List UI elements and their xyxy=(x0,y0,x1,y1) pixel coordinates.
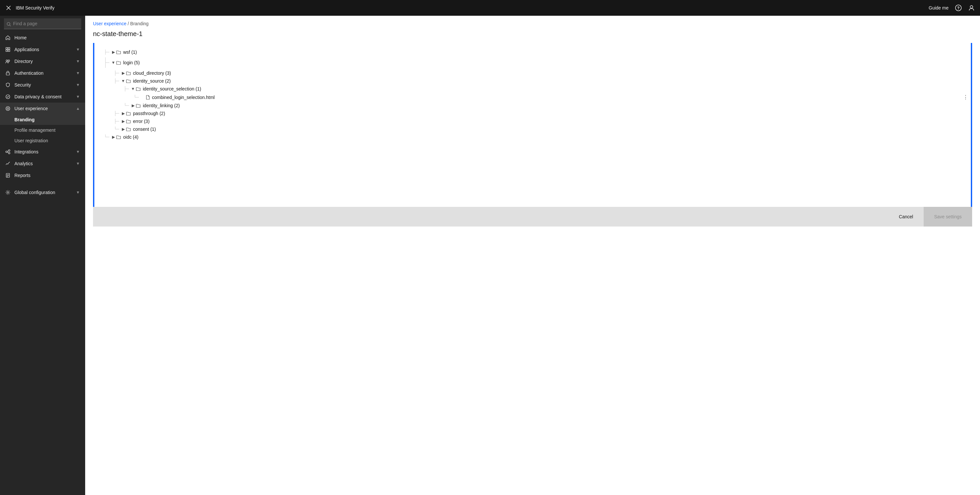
svg-point-15 xyxy=(6,107,10,110)
branch-line-icon xyxy=(124,86,129,91)
svg-point-11 xyxy=(6,60,8,62)
sidebar-sub-profile-management[interactable]: Profile management xyxy=(0,125,85,136)
svg-point-17 xyxy=(6,151,8,153)
folder-icon xyxy=(126,111,131,116)
tree-node-label: passthrough (2) xyxy=(133,111,971,116)
authentication-chevron: ▼ xyxy=(76,71,80,75)
shield-icon xyxy=(5,82,11,88)
branch-line-icon xyxy=(114,70,119,76)
branch-line-icon xyxy=(134,95,139,100)
collapse-icon[interactable]: ▼ xyxy=(130,86,135,91)
sidebar-sub-branding[interactable]: Branding xyxy=(0,114,85,125)
sidebar-item-directory[interactable]: Directory ▼ xyxy=(0,55,85,67)
search-wrap xyxy=(4,18,81,29)
collapse-icon[interactable]: ▼ xyxy=(121,78,126,84)
tree-node-label: consent (1) xyxy=(133,126,971,132)
folder-icon xyxy=(135,103,141,108)
sidebar-item-analytics[interactable]: Analytics ▼ xyxy=(0,158,85,169)
data-privacy-label: Data privacy & consent xyxy=(14,94,72,99)
sidebar-item-home[interactable]: Home xyxy=(0,32,85,44)
tree-row: ▶ identity_linking (2) xyxy=(94,102,971,110)
svg-point-14 xyxy=(6,95,10,99)
branch-line-icon xyxy=(104,134,110,140)
search-input[interactable] xyxy=(4,18,81,29)
more-options-icon[interactable]: ⋮ xyxy=(960,94,971,100)
tree-node-label: combined_login_selection.html xyxy=(152,95,960,100)
close-button[interactable] xyxy=(5,5,12,11)
reports-icon xyxy=(5,173,11,178)
tree-panel: ▶ wsf (1) ▼ xyxy=(93,43,972,207)
user-experience-chevron: ▲ xyxy=(76,106,80,111)
sidebar-item-authentication[interactable]: Authentication ▼ xyxy=(0,67,85,79)
svg-point-16 xyxy=(7,108,9,110)
sidebar-item-applications[interactable]: Applications ▼ xyxy=(0,44,85,55)
svg-rect-7 xyxy=(6,48,8,49)
expand-icon[interactable]: ▶ xyxy=(121,70,126,76)
sidebar-sub-user-registration[interactable]: User registration xyxy=(0,136,85,146)
tree-node-label: login (5) xyxy=(123,60,971,65)
sidebar-item-user-experience[interactable]: User experience ▲ xyxy=(0,102,85,114)
svg-rect-8 xyxy=(8,48,10,49)
svg-point-4 xyxy=(970,6,973,8)
folder-open-icon xyxy=(126,78,131,84)
svg-point-26 xyxy=(7,192,9,193)
breadcrumb-parent[interactable]: User experience xyxy=(93,21,126,26)
tree-row: ▶ passthrough (2) xyxy=(94,110,971,117)
analytics-icon xyxy=(5,161,11,166)
breadcrumb: User experience / Branding xyxy=(85,16,980,29)
topbar-actions: Guide me ? xyxy=(929,5,975,11)
integrations-icon xyxy=(5,149,11,154)
tree-node-label: wsf (1) xyxy=(123,50,971,55)
expand-icon[interactable]: ▶ xyxy=(121,126,126,132)
applications-chevron: ▼ xyxy=(76,47,80,52)
tree-row: ▶ oidc (4) xyxy=(94,133,971,141)
sidebar-item-integrations[interactable]: Integrations ▼ xyxy=(0,146,85,158)
folder-icon xyxy=(116,134,121,140)
branch-line-icon xyxy=(114,119,119,124)
expand-icon[interactable]: ▶ xyxy=(111,50,116,55)
tree-node-label: oidc (4) xyxy=(123,134,971,140)
guide-me-link[interactable]: Guide me xyxy=(929,5,948,11)
expand-icon[interactable]: ▶ xyxy=(130,103,135,108)
collapse-icon[interactable]: ▼ xyxy=(111,60,116,65)
app-title: IBM Security Verify xyxy=(16,5,929,11)
cancel-button[interactable]: Cancel xyxy=(888,207,924,227)
user-icon[interactable] xyxy=(968,5,975,11)
page-title: nc-state-theme-1 xyxy=(85,29,980,43)
svg-line-20 xyxy=(8,151,8,152)
svg-rect-9 xyxy=(6,50,8,51)
save-settings-button[interactable]: Save settings xyxy=(924,207,972,227)
sidebar-item-reports[interactable]: Reports xyxy=(0,169,85,181)
sidebar-item-data-privacy[interactable]: Data privacy & consent ▼ xyxy=(0,91,85,102)
expand-icon[interactable]: ▶ xyxy=(111,134,116,140)
svg-point-18 xyxy=(8,150,10,152)
integrations-label: Integrations xyxy=(14,149,72,154)
svg-point-12 xyxy=(8,60,10,62)
security-chevron: ▼ xyxy=(76,83,80,87)
help-icon[interactable]: ? xyxy=(955,5,962,11)
tree-row: ▶ consent (1) xyxy=(94,125,971,133)
svg-rect-13 xyxy=(6,73,10,75)
main-content: User experience / Branding nc-state-them… xyxy=(85,16,980,495)
authentication-label: Authentication xyxy=(14,70,72,76)
tree-row: ▶ cloud_directory (3) xyxy=(94,69,971,77)
expand-icon[interactable]: ▶ xyxy=(121,111,126,116)
directory-icon xyxy=(5,59,11,64)
layout: Home Applications ▼ Directory ▼ xyxy=(0,16,980,495)
sidebar-item-security[interactable]: Security ▼ xyxy=(0,79,85,91)
reports-label: Reports xyxy=(14,173,80,178)
topbar: IBM Security Verify Guide me ? xyxy=(0,0,980,16)
folder-open-icon xyxy=(116,60,121,65)
breadcrumb-current: Branding xyxy=(130,21,149,26)
ux-icon xyxy=(5,106,11,111)
expand-icon[interactable]: ▶ xyxy=(121,119,126,124)
security-label: Security xyxy=(14,82,72,88)
tree-row: ▶ wsf (1) xyxy=(94,48,971,56)
branch-line-icon xyxy=(114,78,119,84)
applications-label: Applications xyxy=(14,47,72,52)
privacy-icon xyxy=(5,94,11,99)
sidebar-item-global-config[interactable]: Global configuration ▼ xyxy=(0,187,85,198)
tree-row: ▼ identity_source (2) xyxy=(94,77,971,85)
tree-row: ▶ combined_login_selection.html ⋮ xyxy=(94,93,971,102)
folder-icon xyxy=(116,50,121,55)
